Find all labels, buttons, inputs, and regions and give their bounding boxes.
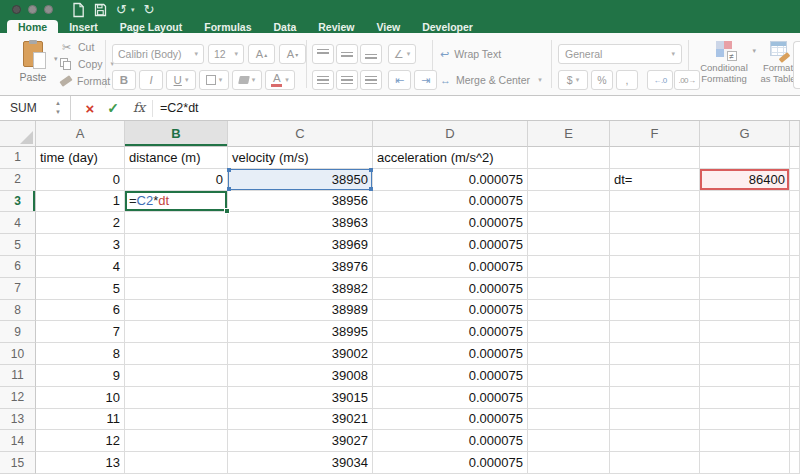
close-button[interactable]	[12, 5, 21, 14]
cell-A2[interactable]: 0	[36, 169, 125, 191]
name-box-stepper[interactable]: ▲ ▼	[52, 99, 64, 117]
stepper-up-icon[interactable]: ▲	[55, 100, 61, 106]
cell-B15[interactable]	[125, 452, 228, 474]
cell-D5[interactable]: 0.000075	[373, 234, 528, 256]
align-top-button[interactable]	[312, 44, 334, 64]
cell-F13[interactable]	[610, 409, 700, 431]
cell-A5[interactable]: 3	[36, 234, 125, 256]
cell-E12[interactable]	[528, 387, 610, 409]
cell-F15[interactable]	[610, 452, 700, 474]
cell-D12[interactable]: 0.000075	[373, 387, 528, 409]
cell-E13[interactable]	[528, 409, 610, 431]
cell-D15[interactable]: 0.000075	[373, 452, 528, 474]
italic-button[interactable]: I	[139, 70, 163, 90]
undo-dropdown-icon[interactable]: ▾	[131, 6, 135, 14]
cell-B3[interactable]: =C2*dt	[125, 191, 228, 213]
new-document-icon[interactable]	[72, 2, 85, 18]
cell-F2[interactable]: dt=	[610, 169, 700, 191]
increase-decimal-button[interactable]: ←.0	[647, 70, 673, 90]
cell-G9[interactable]	[700, 321, 790, 343]
cell-E4[interactable]	[528, 212, 610, 234]
cell-E3[interactable]	[528, 191, 610, 213]
row-header-2[interactable]: 2	[0, 169, 36, 191]
tab-view[interactable]: View	[365, 20, 411, 33]
fill-color-button[interactable]: ▾	[232, 70, 262, 90]
cell-E2[interactable]	[528, 169, 610, 191]
cell-C8[interactable]: 38989	[228, 300, 373, 322]
cell-C9[interactable]: 38995	[228, 321, 373, 343]
align-right-button[interactable]	[360, 70, 382, 90]
cell-A14[interactable]: 12	[36, 430, 125, 452]
redo-icon[interactable]: ↻	[143, 1, 154, 19]
cell-D3[interactable]: 0.000075	[373, 191, 528, 213]
column-header-C[interactable]: C	[228, 121, 373, 147]
cell-E8[interactable]	[528, 300, 610, 322]
column-header-A[interactable]: A	[36, 121, 125, 147]
cell-F12[interactable]	[610, 387, 700, 409]
fill-handle[interactable]	[224, 208, 230, 214]
column-header-B[interactable]: B	[125, 121, 228, 147]
cell-E10[interactable]	[528, 343, 610, 365]
cell-F5[interactable]	[610, 234, 700, 256]
cell-B5[interactable]	[125, 234, 228, 256]
cell-E5[interactable]	[528, 234, 610, 256]
cell-F3[interactable]	[610, 191, 700, 213]
cut-button[interactable]: ✂ Cut	[60, 39, 114, 55]
save-icon[interactable]	[94, 3, 107, 17]
cell-C6[interactable]: 38976	[228, 256, 373, 278]
cell-D6[interactable]: 0.000075	[373, 256, 528, 278]
cell-C12[interactable]: 39015	[228, 387, 373, 409]
cell-D11[interactable]: 0.000075	[373, 365, 528, 387]
column-header-F[interactable]: F	[610, 121, 700, 147]
font-name-select[interactable]: Calibri (Body) ▾	[112, 44, 204, 64]
copy-button[interactable]: Copy ▾	[60, 56, 114, 72]
cell-G13[interactable]	[700, 409, 790, 431]
cell-A11[interactable]: 9	[36, 365, 125, 387]
zoom-button[interactable]	[44, 5, 53, 14]
cell-A13[interactable]: 11	[36, 409, 125, 431]
cell-F9[interactable]	[610, 321, 700, 343]
row-header-4[interactable]: 4	[0, 212, 36, 234]
cell-F11[interactable]	[610, 365, 700, 387]
cell-F1[interactable]	[610, 147, 700, 169]
cell-B13[interactable]	[125, 409, 228, 431]
cell-A15[interactable]: 13	[36, 452, 125, 474]
increase-indent-button[interactable]: ⇥	[414, 70, 437, 90]
tab-formulas[interactable]: Formulas	[193, 20, 262, 33]
confirm-entry-icon[interactable]: ✓	[103, 96, 123, 121]
cell-C4[interactable]: 38963	[228, 212, 373, 234]
cell-A8[interactable]: 6	[36, 300, 125, 322]
cell-A1[interactable]: time (day)	[36, 147, 125, 169]
grow-font-button[interactable]: A ▴	[248, 44, 275, 64]
cell-G2[interactable]: 86400	[700, 169, 790, 191]
cell-B7[interactable]	[125, 278, 228, 300]
cell-B1[interactable]: distance (m)	[125, 147, 228, 169]
align-bottom-button[interactable]	[360, 44, 382, 64]
row-header-11[interactable]: 11	[0, 365, 36, 387]
cell-B9[interactable]	[125, 321, 228, 343]
minimize-button[interactable]	[28, 5, 37, 14]
name-box[interactable]: SUM	[10, 96, 37, 121]
cell-G3[interactable]	[700, 191, 790, 213]
cell-E9[interactable]	[528, 321, 610, 343]
cell-D7[interactable]: 0.000075	[373, 278, 528, 300]
cell-C7[interactable]: 38982	[228, 278, 373, 300]
cell-F8[interactable]	[610, 300, 700, 322]
row-header-5[interactable]: 5	[0, 234, 36, 256]
row-header-15[interactable]: 15	[0, 452, 36, 474]
insert-function-icon[interactable]: fx	[129, 96, 149, 121]
bold-button[interactable]: B	[112, 70, 136, 90]
tab-insert[interactable]: Insert	[58, 20, 109, 33]
conditional-formatting-button[interactable]: ≠ ▾ Conditional Formatting	[698, 40, 750, 84]
paste-dropdown-icon[interactable]: ▾	[54, 55, 58, 63]
cell-B6[interactable]	[125, 256, 228, 278]
align-middle-button[interactable]	[336, 44, 358, 64]
orientation-button[interactable]: ∠ ▾	[388, 44, 416, 64]
cell-D10[interactable]: 0.000075	[373, 343, 528, 365]
cell-A9[interactable]: 7	[36, 321, 125, 343]
cell-C3[interactable]: 38956	[228, 191, 373, 213]
cell-G11[interactable]	[700, 365, 790, 387]
cell-G6[interactable]	[700, 256, 790, 278]
cell-C11[interactable]: 39008	[228, 365, 373, 387]
shrink-font-button[interactable]: A ▾	[279, 44, 306, 64]
